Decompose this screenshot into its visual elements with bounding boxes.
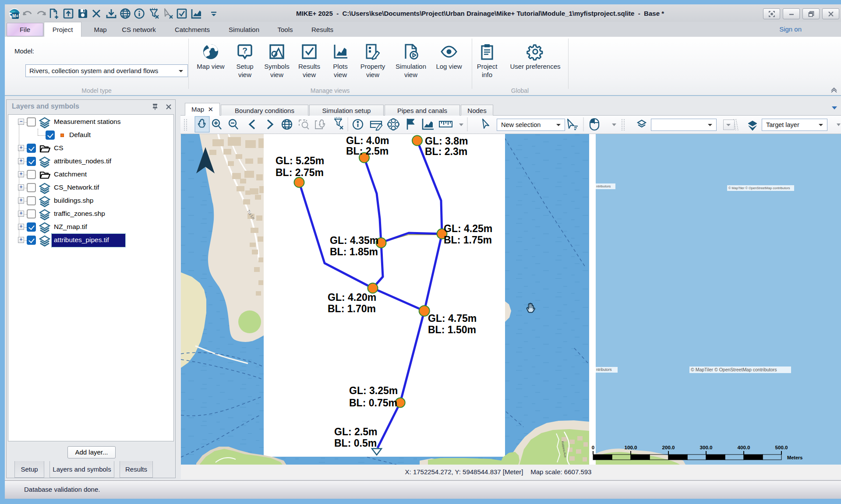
svg-text:© MapTiler © OpenStreetMap con: © MapTiler © OpenStreetMap contributors: [728, 186, 790, 190]
svg-text:0: 0: [592, 445, 594, 450]
svg-text:BL: 1.85m: BL: 1.85m: [330, 246, 378, 257]
svg-text:BL: 1.75m: BL: 1.75m: [444, 234, 492, 246]
svg-text:BL: 0.5m: BL: 0.5m: [334, 437, 377, 449]
svg-text:BL: 1.70m: BL: 1.70m: [328, 303, 376, 314]
svg-text:GL: 4.20m: GL: 4.20m: [328, 292, 376, 303]
svg-text:GL: 3.8m: GL: 3.8m: [425, 135, 468, 147]
svg-text:200.0: 200.0: [662, 445, 675, 450]
svg-text:GL: 4.75m: GL: 4.75m: [428, 313, 477, 324]
svg-text:BL: 2.3m: BL: 2.3m: [425, 146, 467, 157]
svg-text:ntributors: ntributors: [596, 367, 611, 372]
svg-text:GL: 4.35m: GL: 4.35m: [330, 235, 378, 246]
svg-text:400.0: 400.0: [738, 445, 750, 450]
svg-text:GL: 3.25m: GL: 3.25m: [349, 385, 398, 396]
svg-text:© MapTiler © OpenStreetMap con: © MapTiler © OpenStreetMap contributors: [691, 367, 777, 372]
svg-text:100.0: 100.0: [625, 445, 637, 450]
svg-text:BL: 2.75m: BL: 2.75m: [276, 167, 324, 178]
svg-text:BL: 1.50m: BL: 1.50m: [428, 324, 476, 335]
svg-text:BL: 0.75m: BL: 0.75m: [349, 397, 397, 409]
svg-text:Meters: Meters: [787, 455, 802, 460]
svg-text:300.0: 300.0: [700, 445, 713, 450]
svg-text:GL: 2.5m: GL: 2.5m: [334, 426, 377, 437]
svg-text:GL: 4.25m: GL: 4.25m: [444, 223, 492, 234]
svg-text:ntributors: ntributors: [596, 184, 611, 188]
svg-text:BL: 2.5m: BL: 2.5m: [346, 145, 389, 157]
svg-text:500.0: 500.0: [775, 445, 788, 450]
svg-text:GL: 4.0m: GL: 4.0m: [346, 135, 389, 146]
svg-text:GL: 5.25m: GL: 5.25m: [276, 155, 324, 166]
